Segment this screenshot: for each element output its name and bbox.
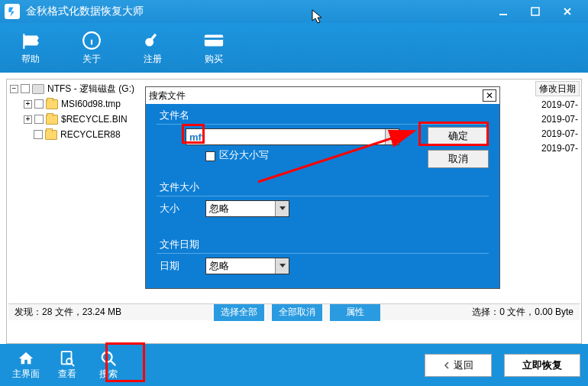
tree-item[interactable]: + MSI60d98.tmp: [10, 96, 155, 112]
folder-icon: [46, 115, 58, 125]
date-label: 日期: [160, 259, 179, 273]
search-button[interactable]: 搜索: [90, 347, 127, 384]
properties-button[interactable]: 属性: [330, 304, 380, 321]
checkbox[interactable]: [21, 84, 30, 93]
filename-group-label: 文件名: [160, 109, 189, 122]
title-bar: 金秋格式化数据恢复大师: [0, 0, 588, 23]
key-icon: [142, 30, 163, 51]
column-header-date[interactable]: 修改日期: [535, 81, 580, 96]
found-status: 发现：28 文件，23.24 MB: [15, 306, 121, 319]
checkbox[interactable]: [34, 115, 44, 124]
selected-status: 选择：0 文件，0.00 Byte: [472, 306, 573, 319]
tree-item[interactable]: RECYCLER88: [10, 127, 155, 142]
svg-rect-0: [499, 14, 507, 15]
maximize-button[interactable]: [519, 2, 551, 21]
svg-line-15: [111, 361, 115, 365]
svg-point-14: [102, 352, 112, 362]
list-row[interactable]: 2019-07-: [541, 98, 578, 112]
cancel-button[interactable]: 取消: [428, 150, 489, 168]
size-select[interactable]: 忽略: [205, 200, 289, 217]
document-search-icon: [59, 349, 76, 368]
date-select[interactable]: 忽略: [205, 258, 289, 274]
recover-button[interactable]: 立即恢复: [504, 354, 580, 377]
ok-button[interactable]: 确定: [428, 127, 489, 145]
deselect-all-button[interactable]: 全部取消: [272, 304, 322, 321]
tree-root-label: NTFS - 逻辑磁盘 (G:): [47, 81, 134, 96]
select-all-button[interactable]: 选择全部: [214, 304, 264, 321]
svg-rect-1: [531, 8, 539, 15]
bottom-bar: 主界面 查看 搜索 返回 立即恢复: [0, 344, 588, 386]
date-group-label: 文件日期: [160, 238, 199, 251]
dialog-close-button[interactable]: ✕: [483, 89, 496, 102]
folder-icon: [46, 99, 58, 109]
expand-icon[interactable]: +: [24, 115, 32, 124]
list-row[interactable]: 2019-07-: [541, 141, 578, 156]
svg-line-10: [258, 131, 412, 182]
size-label: 大小: [160, 202, 179, 216]
list-rows: 2019-07- 2019-07- 2019-07- 2019-07-: [541, 98, 578, 156]
status-bar: 发现：28 文件，23.24 MB 选择全部 全部取消 属性 选择：0 文件，0…: [8, 303, 580, 320]
about-icon: [81, 30, 102, 51]
dropdown-icon[interactable]: [275, 258, 289, 274]
help-button[interactable]: 帮助: [8, 27, 53, 69]
home-icon: [18, 349, 34, 368]
tree-item-label: RECYCLER88: [60, 127, 121, 142]
checkbox[interactable]: [34, 130, 43, 139]
chevron-left-icon: [443, 362, 451, 369]
tree-item-label: MSI60d98.tmp: [61, 96, 121, 112]
svg-rect-8: [205, 35, 223, 47]
arrow-annotation: [252, 127, 423, 188]
svg-line-13: [72, 363, 75, 366]
tree-root[interactable]: − NTFS - 逻辑磁盘 (G:): [10, 81, 155, 96]
list-row[interactable]: 2019-07-: [541, 127, 578, 141]
minimize-button[interactable]: [487, 2, 519, 21]
folder-icon: [45, 130, 57, 140]
card-icon: [203, 30, 225, 51]
main-toolbar: 帮助 关于 注册 购买: [0, 23, 588, 73]
svg-rect-9: [205, 37, 223, 40]
list-row[interactable]: 2019-07-: [541, 112, 578, 127]
svg-rect-2: [23, 34, 24, 49]
close-button[interactable]: [551, 2, 583, 21]
collapse-icon[interactable]: −: [10, 85, 18, 93]
buy-button[interactable]: 购买: [191, 27, 237, 69]
window-title: 金秋格式化数据恢复大师: [26, 5, 487, 18]
about-button[interactable]: 关于: [69, 27, 115, 69]
tree-item-label: $RECYCLE.BIN: [61, 112, 128, 127]
tree-item[interactable]: + $RECYCLE.BIN: [10, 112, 155, 127]
help-icon: [20, 30, 41, 51]
view-button[interactable]: 查看: [49, 347, 86, 384]
case-checkbox[interactable]: [205, 151, 215, 161]
checkbox[interactable]: [34, 99, 44, 109]
search-icon: [100, 349, 117, 368]
register-button[interactable]: 注册: [130, 27, 176, 69]
home-button[interactable]: 主界面: [8, 347, 44, 384]
expand-icon[interactable]: +: [24, 100, 32, 109]
dropdown-icon[interactable]: [275, 201, 289, 216]
back-button[interactable]: 返回: [425, 354, 492, 377]
dialog-title: 搜索文件: [149, 89, 186, 102]
size-group-label: 文件大小: [160, 180, 199, 194]
dialog-titlebar[interactable]: 搜索文件 ✕: [146, 87, 499, 104]
folder-tree: − NTFS - 逻辑磁盘 (G:) + MSI60d98.tmp + $REC…: [10, 81, 155, 142]
app-logo-icon: [5, 4, 20, 19]
cursor-icon: [312, 9, 324, 24]
disk-icon: [32, 84, 44, 94]
